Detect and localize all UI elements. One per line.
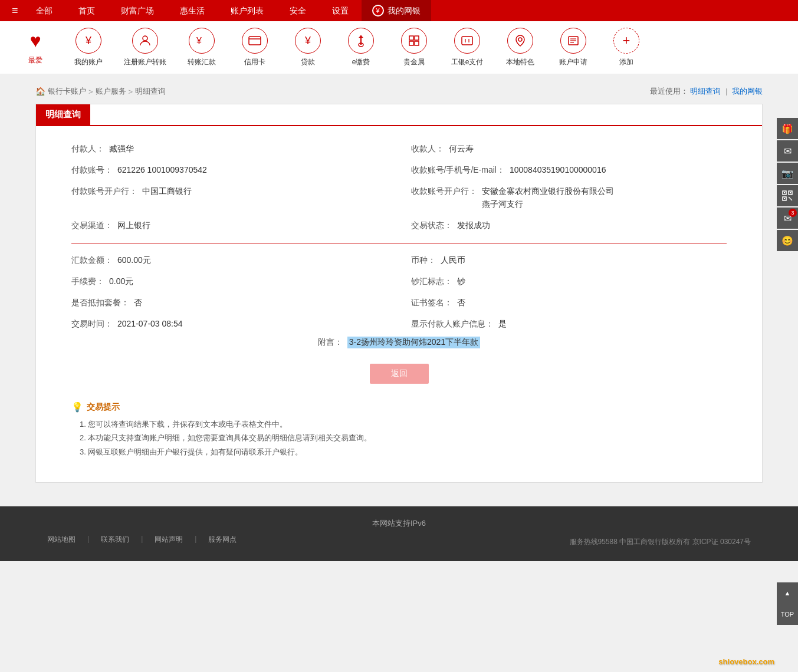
breadcrumb-bankcard[interactable]: 银行卡账户 [48,86,86,97]
quicknav-gold[interactable]: 贵金属 [396,28,432,67]
button-row: 返回 [71,358,727,384]
payer-value: 臧强华 [109,144,134,154]
payee-bank-label: 收款账号开户行： [411,186,477,197]
nav-home[interactable]: 首页 [65,0,108,21]
tips-section: 💡 交易提示 您可以将查询结果下载，并保存到文本或电子表格文件中。 本功能只支持… [71,396,727,465]
payee-account-row: 收款账号/手机号/E-mail： 100084035190100000016 [411,165,727,176]
currency-row: 币种： 人民币 [411,255,727,266]
exchange-row: 钞汇标志： 钞 [411,276,727,287]
quicknav-myaccount-label: 我的账户 [74,57,103,67]
register-icon [132,28,158,54]
sidebar-camera-btn[interactable]: 📷 [777,163,798,184]
return-button[interactable]: 返回 [370,364,429,384]
section-divider [71,243,727,243]
amount-label: 汇款金额： [71,255,113,266]
time-label: 交易时间： [71,319,113,330]
footer-bottom: 网站地图 | 联系我们 | 网站声明 | 服务网点 服务热线95588 中国工商… [12,535,786,549]
amount-section: 汇款金额： 600.00元 币种： 人民币 手续费： 0.00元 钞汇标志： 钞… [71,255,727,330]
quicknav-transfer[interactable]: ¥ 转账汇款 [184,28,219,67]
quicknav-favorite[interactable]: ♥ 最爱 [18,30,53,65]
payee-bank-value2: 燕子河支行 [482,199,614,210]
epay-icon [348,28,374,54]
nav-mybank[interactable]: ¥ 我的网银 [362,0,431,21]
payer-bank-label: 付款账号开户行： [71,186,137,197]
footer-contact[interactable]: 联系我们 [101,535,129,545]
sidebar-mail-btn[interactable]: ✉ 3 [777,207,798,229]
sidebar-qr-btn[interactable] [777,185,798,206]
creditcard-icon [242,28,268,54]
cert-label: 证书签名： [411,298,452,308]
footer-ipv6: 本网站支持IPv6 [12,518,786,529]
heart-icon: ♥ [30,30,41,52]
remark-label: 附言： [318,337,343,348]
sidebar-face-btn[interactable]: 😊 [777,230,798,251]
svg-point-0 [143,36,147,41]
quicknav-account-apply[interactable]: 账户申请 [556,28,591,67]
nav-mybank-label: 我的网银 [387,0,421,21]
recent-link-detail[interactable]: 明细查询 [690,87,721,95]
payer-account-label: 付款账号： [71,165,113,176]
payee-bank-value-block: 安徽金寨农村商业银行股份有限公司 燕子河支行 [482,186,614,210]
quicknav-creditcard-label: 信用卡 [244,57,265,67]
remark-value: 3-2扬州玲玲资助何炜2021下半年款 [347,337,480,348]
svg-text:¥: ¥ [196,36,202,46]
nav-all[interactable]: 全部 [23,0,65,21]
channel-value: 网上银行 [117,220,150,231]
payee-label: 收款人： [411,144,444,154]
time-value: 2021-07-03 08:54 [117,319,183,328]
nav-wealth[interactable]: 财富广场 [108,0,167,21]
tips-list: 您可以将查询结果下载，并保存到文本或电子表格文件中。 本功能只支持查询账户明细，… [71,417,727,459]
nav-security[interactable]: 安全 [277,0,319,21]
quicknav-add[interactable]: + 添加 [609,28,644,67]
quick-navigation: ♥ 最爱 ¥ 我的账户 注册账户转账 ¥ 转账汇款 信用卡 ¥ 贷款 e缴费 [0,21,798,74]
quicknav-local-label: 本地特色 [506,57,534,67]
footer-statement[interactable]: 网站声明 [155,535,183,545]
svg-rect-8 [415,41,419,45]
payee-account-value: 100084035190100000016 [510,165,606,174]
quicknav-register-label: 注册账户转账 [124,57,166,67]
footer-copyright: 服务热线95588 中国工商银行版权所有 京ICP证 030247号 [570,537,751,547]
footer-service[interactable]: 服务网点 [208,535,237,545]
payee-account-label: 收款账号/手机号/E-mail： [411,165,505,176]
amount-value: 600.00元 [117,255,151,266]
tip-item-3: 网银互联账户明细由开户银行提供，如有疑问请联系开户银行。 [80,445,727,459]
sidebar-message-btn[interactable]: ✉ [777,140,798,162]
deduct-value: 否 [134,298,142,308]
footer-sitemap[interactable]: 网站地图 [47,535,75,545]
sidebar-gift-btn[interactable]: 🎁 [777,118,798,139]
quicknav-local[interactable]: 本地特色 [503,28,538,67]
footer: 本网站支持IPv6 网站地图 | 联系我们 | 网站声明 | 服务网点 服务热线… [0,506,798,561]
status-row: 交易状态： 发报成功 [411,220,727,231]
quicknav-epay[interactable]: e缴费 [343,28,379,67]
main-area: 🏠 银行卡账户 > 账户服务 > 明细查询 最近使用： 明细查询 | 我的网银 … [0,74,798,495]
breadcrumb-accountservice[interactable]: 账户服务 [96,86,126,97]
tips-title: 💡 交易提示 [71,401,727,413]
tips-bulb-icon: 💡 [71,401,83,413]
svg-rect-6 [415,36,419,40]
nav-benefits[interactable]: 惠生活 [167,0,218,21]
recent-link-mybank[interactable]: 我的网银 [732,87,763,95]
nav-settings[interactable]: 设置 [319,0,362,21]
svg-line-21 [789,197,792,200]
menu-icon[interactable]: ≡ [12,5,18,17]
display-label: 显示付款人账户信息： [411,319,494,330]
quicknav-epayment[interactable]: 工银e支付 [449,28,485,67]
nav-accounts[interactable]: 账户列表 [218,0,277,21]
currency-value: 人民币 [441,255,465,266]
amount-row: 汇款金额： 600.00元 [71,255,387,266]
recent-use: 最近使用： 明细查询 | 我的网银 [650,86,763,97]
quicknav-myaccount[interactable]: ¥ 我的账户 [71,28,106,67]
exchange-value: 钞 [457,276,465,287]
quicknav-epayment-label: 工银e支付 [451,57,484,67]
tips-title-text: 交易提示 [87,402,120,413]
payer-account-value: 621226 1001009370542 [117,165,207,174]
quicknav-creditcard[interactable]: 信用卡 [237,28,272,67]
channel-label: 交易渠道： [71,220,113,231]
detail-card: 明细查询 付款人： 臧强华 收款人： 何云寿 付款账号： 621226 1001… [35,104,763,483]
quicknav-epay-label: e缴费 [352,57,370,67]
quicknav-loan[interactable]: ¥ 贷款 [290,28,326,67]
payee-value: 何云寿 [449,144,474,154]
quicknav-register-transfer[interactable]: 注册账户转账 [124,28,166,67]
payee-row: 收款人： 何云寿 [411,144,727,154]
tip-item-1: 您可以将查询结果下载，并保存到文本或电子表格文件中。 [80,417,727,431]
